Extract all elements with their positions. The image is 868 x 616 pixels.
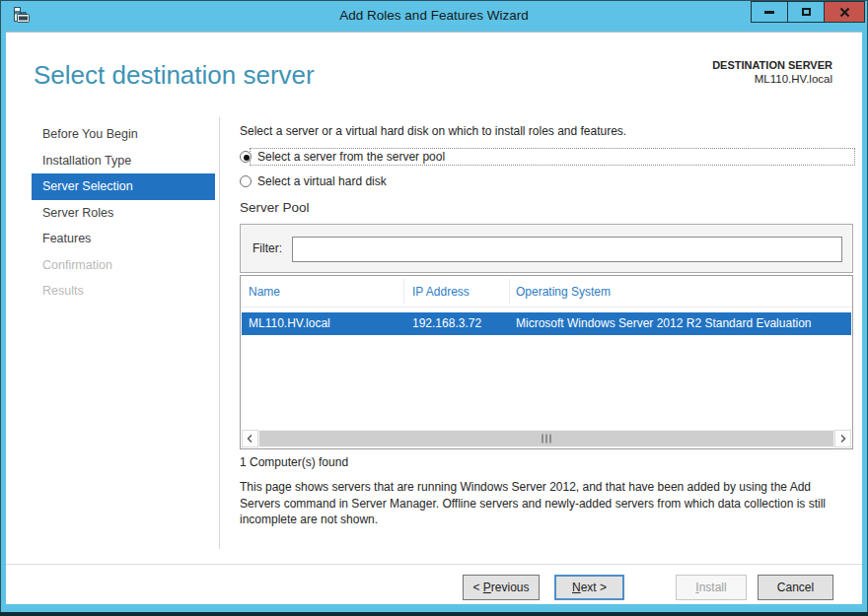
column-header-name[interactable]: Name bbox=[249, 285, 280, 299]
scroll-right-button[interactable] bbox=[834, 430, 851, 447]
maximize-button[interactable] bbox=[787, 1, 825, 23]
wizard-body: Select destination server DESTINATION SE… bbox=[6, 32, 862, 604]
radio-row-virtual-hard-disk: Select a virtual hard disk bbox=[240, 171, 853, 191]
chevron-right-icon bbox=[839, 434, 846, 444]
column-header-ip-address[interactable]: IP Address bbox=[412, 285, 470, 299]
window-bottom-edge bbox=[0, 612, 868, 616]
cell-ip-address: 192.168.3.72 bbox=[412, 312, 481, 335]
sidebar-item-confirmation: Confirmation bbox=[32, 252, 215, 279]
radio-select-server-pool-label[interactable]: Select a server from the server pool bbox=[252, 150, 853, 164]
column-separator bbox=[509, 279, 510, 305]
next-button-label: N bbox=[572, 581, 581, 594]
footer-divider bbox=[6, 564, 862, 565]
horizontal-scrollbar[interactable] bbox=[242, 430, 851, 447]
maximize-icon bbox=[802, 8, 811, 16]
previous-button-label: < bbox=[472, 581, 482, 594]
sidebar-item-features[interactable]: Features bbox=[32, 226, 215, 252]
destination-server-label: DESTINATION SERVER bbox=[712, 58, 832, 72]
server-pool-table: Name IP Address Operating System ML110.H… bbox=[240, 275, 853, 449]
destination-server-value: ML110.HV.local bbox=[712, 72, 832, 86]
titlebar: Add Roles and Features Wizard bbox=[0, 0, 868, 32]
scroll-left-button[interactable] bbox=[242, 430, 258, 447]
column-separator bbox=[403, 279, 404, 305]
column-header-operating-system[interactable]: Operating System bbox=[516, 285, 611, 299]
previous-button[interactable]: < Previous bbox=[463, 575, 540, 600]
close-icon bbox=[839, 7, 850, 18]
radio-row-server-pool: Select a server from the server pool bbox=[240, 147, 853, 167]
minimize-icon bbox=[764, 11, 774, 14]
table-row-server[interactable]: ML110.HV.local 192.168.3.72 Microsoft Wi… bbox=[242, 312, 851, 335]
sidebar-item-server-roles[interactable]: Server Roles bbox=[32, 200, 215, 227]
wizard-steps: Before You Begin Installation Type Serve… bbox=[32, 121, 215, 305]
minimize-button[interactable] bbox=[751, 1, 788, 23]
radio-select-virtual-hard-disk-label[interactable]: Select a virtual hard disk bbox=[252, 174, 387, 188]
cell-operating-system: Microsoft Windows Server 2012 R2 Standar… bbox=[516, 312, 811, 335]
window-title: Add Roles and Features Wizard bbox=[0, 0, 868, 32]
close-button[interactable] bbox=[824, 1, 865, 23]
page-description: This page shows servers that are running… bbox=[240, 479, 828, 528]
next-button[interactable]: Next > bbox=[554, 575, 624, 600]
server-pool-heading: Server Pool bbox=[240, 200, 310, 215]
sidebar-item-server-selection[interactable]: Server Selection bbox=[32, 173, 215, 200]
intro-text: Select a server or a virtual hard disk o… bbox=[240, 124, 853, 138]
window-controls bbox=[752, 1, 865, 23]
filter-input[interactable] bbox=[292, 237, 842, 262]
install-button: Install bbox=[676, 575, 747, 600]
sidebar-divider bbox=[219, 117, 220, 549]
cell-name: ML110.HV.local bbox=[249, 312, 330, 335]
page-title: Select destination server bbox=[34, 60, 315, 91]
radio-select-server-pool[interactable] bbox=[240, 151, 252, 163]
wizard-window: Add Roles and Features Wizard Select des… bbox=[0, 0, 868, 616]
table-header: Name IP Address Operating System bbox=[241, 276, 852, 308]
sidebar-item-installation-type[interactable]: Installation Type bbox=[32, 148, 215, 174]
sidebar-item-before-you-begin[interactable]: Before You Begin bbox=[32, 121, 215, 148]
sidebar-item-results: Results bbox=[32, 278, 215, 305]
computer-count-text: 1 Computer(s) found bbox=[240, 455, 348, 469]
filter-label: Filter: bbox=[253, 241, 282, 255]
chevron-left-icon bbox=[247, 434, 253, 444]
destination-server-block: DESTINATION SERVER ML110.HV.local bbox=[712, 58, 832, 86]
cancel-button[interactable]: Cancel bbox=[758, 575, 833, 600]
filter-panel: Filter: bbox=[240, 224, 853, 273]
scrollbar-thumb[interactable] bbox=[259, 431, 833, 446]
radio-select-virtual-hard-disk[interactable] bbox=[240, 175, 252, 187]
